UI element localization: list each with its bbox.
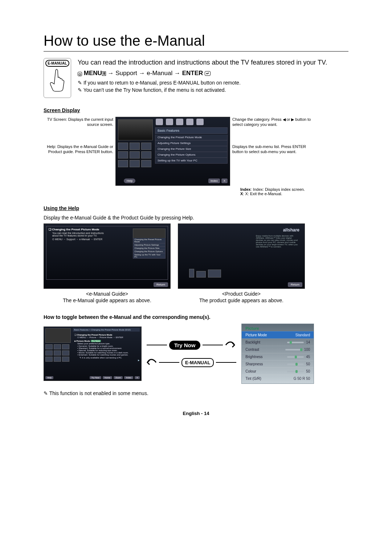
laptop-icon: [208, 270, 221, 278]
category-header: Basic Features: [155, 127, 228, 134]
list-item[interactable]: Changing the Preset Picture Mode: [155, 135, 228, 140]
help-button[interactable]: Help: [45, 376, 53, 379]
annot-help: Help: Displays the e-Manual Guide or Pro…: [44, 144, 113, 155]
menu-row-backlight[interactable]: Backlight 14: [242, 338, 314, 346]
intro-text: You can read the introduction and instru…: [78, 58, 327, 67]
using-help-desc: Display the e-Manual Guide & the Product…: [44, 215, 348, 221]
tv-screen-thumb: [118, 119, 153, 140]
menu-row-colour[interactable]: Colour 50: [242, 368, 314, 375]
gallery-area: [118, 143, 153, 172]
emanual-guide-shot: ❏ Changing the Preset Picture Mode You c…: [44, 223, 171, 289]
emanual-pill: E-MANUAL: [181, 358, 214, 367]
tab-icon[interactable]: [176, 119, 183, 125]
try-now-pill: Try Now: [169, 341, 200, 350]
picture-menu-shot: Picture Picture ModeStandard Backlight 1…: [241, 324, 314, 384]
hand-icon: [49, 67, 66, 92]
arrow-right-icon: [225, 340, 235, 350]
tab-icon[interactable]: [186, 119, 193, 125]
emanual-guide-caption-desc: The e-Manual guide appears as above.: [44, 297, 171, 303]
product-guide-caption-title: <Product Guide>: [178, 291, 305, 297]
allshare-logo: allshare: [283, 227, 299, 233]
enter-icon: ↵: [205, 71, 211, 76]
using-help-heading: Using the Help: [44, 205, 348, 211]
menu-path: O MENUⅢ → Support → e-Manual → ENTER ↵: [78, 70, 327, 77]
zoom-button[interactable]: Zoom: [114, 376, 123, 379]
try-now-button[interactable]: Try Now: [90, 376, 101, 379]
category-tabs[interactable]: [156, 119, 204, 125]
camera-icon: [196, 271, 206, 278]
footer-note: This function is not enabled in some men…: [44, 390, 348, 396]
emanual-guide-caption-title: <e-Manual Guide>: [44, 291, 171, 297]
menu-row-picture-mode[interactable]: Picture ModeStandard: [242, 331, 314, 338]
o-icon: O: [78, 72, 82, 76]
menu-icon: Ⅲ: [102, 71, 106, 76]
toggle-heading: How to toggle between the e-Manual and t…: [44, 314, 348, 320]
annot-change-category: Change the category. Press ◀ or ▶ button…: [232, 117, 312, 127]
intro-note-2: You can't use the Try Now function, if t…: [78, 87, 327, 93]
tab-icon[interactable]: [166, 119, 173, 125]
list-item[interactable]: Changing the Picture Options: [155, 152, 228, 158]
picture-menu-header: Picture: [242, 325, 314, 331]
submenu-list[interactable]: Changing the Preset Picture Mode Adjusti…: [155, 135, 228, 164]
intro-note-1: If you want to return to e-Manual, press…: [78, 80, 327, 86]
menu-row-contrast[interactable]: Contrast 100: [242, 346, 314, 353]
return-button[interactable]: Return: [288, 282, 302, 287]
emanual-button-label: E-MANUAL: [45, 60, 69, 67]
index-button[interactable]: Index: [208, 178, 220, 183]
page-title: How to use the e-Manual: [44, 33, 348, 52]
x-button[interactable]: X: [135, 376, 140, 379]
product-guide-caption-desc: The product guide appears as above.: [178, 297, 305, 303]
toggle-emanual-shot: Basic Features > Changing the Preset Pic…: [44, 327, 142, 381]
arrow-left-icon: [147, 357, 157, 368]
phone-icon: [189, 269, 194, 278]
menu-row-tint[interactable]: Tint (G/R)G 50 R 50: [242, 375, 314, 382]
remote-illustration: E-MANUAL: [44, 58, 71, 98]
screen-display-mock: Basic Features Changing the Preset Pictu…: [115, 117, 230, 186]
help-button[interactable]: Help: [124, 178, 135, 183]
return-button[interactable]: Return: [154, 282, 168, 287]
product-guide-desc: Enjoy media from multiple devices with A…: [256, 235, 299, 248]
page-footer: English - 14: [44, 411, 348, 416]
home-button[interactable]: Home: [103, 376, 112, 379]
product-guide-shot: allshare Enjoy media from multiple devic…: [178, 223, 305, 289]
index-button[interactable]: Index: [124, 376, 133, 379]
screen-display-heading: Screen Display: [44, 107, 348, 113]
annot-submenu: Displays the sub-menu list. Press ENTER …: [232, 144, 312, 155]
annot-index: Index: Index: Displays index screen.: [240, 187, 312, 192]
annot-x: X: X: Exit the e-Manual.: [240, 192, 312, 196]
tab-icon[interactable]: [156, 119, 163, 125]
menu-row-sharpness[interactable]: Sharpness 50: [242, 360, 314, 368]
device-icons: [189, 269, 221, 278]
menu-row-brightness[interactable]: Brightness 45: [242, 353, 314, 360]
list-item[interactable]: Changing the Picture Size: [155, 146, 228, 152]
tab-icon[interactable]: [196, 119, 204, 125]
list-item[interactable]: Setting up the TV with Your PC: [155, 158, 228, 164]
annot-tv-screen: TV Screen: Displays the current input so…: [44, 117, 113, 127]
list-item[interactable]: Adjusting Picture Settings: [155, 140, 228, 146]
x-button[interactable]: X: [221, 178, 228, 183]
